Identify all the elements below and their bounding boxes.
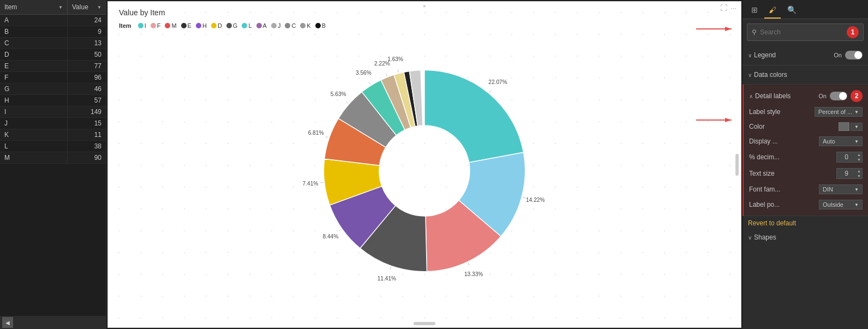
- shapes-section-header[interactable]: ∨ Shapes: [748, 234, 863, 241]
- legend-dot-B: [315, 23, 321, 28]
- prev-page-button[interactable]: ◀: [2, 317, 13, 328]
- color-row: Color ▼: [749, 119, 863, 134]
- svg-line-16: [369, 82, 370, 85]
- text-size-up[interactable]: ▲: [856, 169, 862, 174]
- svg-line-14: [346, 101, 348, 104]
- chart-area: ≡ ⛶ ··· Value by Item Item I F M E H D: [107, 1, 741, 328]
- legend-label: Item: [119, 22, 131, 29]
- decimals-up[interactable]: ▲: [856, 152, 862, 157]
- cell-item: A: [0, 15, 68, 26]
- decimals-down[interactable]: ▼: [856, 157, 862, 162]
- search-box: ⚲ 1: [747, 23, 864, 41]
- detail-labels-toggle-label: On: [818, 93, 827, 99]
- legend-dot-J: [271, 23, 277, 28]
- detail-labels-toggle[interactable]: [830, 92, 847, 100]
- legend-dot-C: [285, 23, 290, 28]
- text-size-input-wrap: ▲ ▼: [836, 168, 863, 179]
- decimals-arrows: ▲ ▼: [856, 152, 862, 162]
- cell-value: 24: [68, 15, 106, 26]
- chart-resize-right[interactable]: [735, 154, 739, 176]
- legend-item-K: K: [300, 22, 310, 29]
- dropdown-arrow-position: ▼: [854, 202, 859, 207]
- legend-section-header[interactable]: ∨ Legend On: [748, 49, 863, 62]
- cell-value: 77: [68, 61, 106, 71]
- sort-icon: ▼: [97, 5, 101, 10]
- color-picker[interactable]: [839, 122, 849, 131]
- label-style-row: Label style Percent of ... ▼: [749, 104, 863, 119]
- table-body: A 24 B 9 C 13 D 50 E 77 F 96 G 46 H 57 I…: [0, 15, 106, 316]
- cell-value: 50: [68, 49, 106, 60]
- table-row: E 77: [0, 61, 106, 72]
- legend-dot-D: [211, 23, 217, 28]
- value-column-header[interactable]: Value ▼: [68, 0, 106, 14]
- text-size-input[interactable]: [837, 170, 856, 177]
- legend-dot-E: [181, 23, 187, 28]
- legend-item-C: C: [285, 22, 296, 29]
- svg-text:7.41%: 7.41%: [303, 181, 319, 187]
- legend-item-M: M: [165, 22, 176, 29]
- item-column-header[interactable]: Item ▼: [0, 0, 68, 14]
- cell-item: H: [0, 95, 68, 106]
- tab-format[interactable]: 🖌: [764, 2, 781, 19]
- label-position-row: Label po... Outside ▼: [749, 197, 863, 212]
- detail-labels-section: ∧ Detail labels On 2 Label style Percent…: [743, 85, 868, 216]
- data-table: Item ▼ Value ▼ A 24 B 9 C 13 D 50 E 77 F…: [0, 0, 106, 329]
- shapes-section: ∨ Shapes: [743, 230, 868, 244]
- dropdown-arrow-font: ▼: [854, 187, 859, 192]
- drag-handle[interactable]: ≡: [423, 4, 426, 9]
- legend-item-D: D: [211, 22, 222, 29]
- svg-line-20: [398, 69, 398, 72]
- legend-item-E: E: [181, 22, 191, 29]
- chart-resize-bottom[interactable]: [414, 322, 435, 325]
- chart-legend: Item I F M E H D G L: [119, 22, 326, 29]
- revert-link[interactable]: Revert to default: [743, 216, 868, 230]
- label-style-dropdown[interactable]: Percent of ... ▼: [815, 107, 863, 117]
- cell-value: 90: [68, 152, 106, 163]
- toggle-knob-2: [839, 92, 847, 100]
- label-position-dropdown[interactable]: Outside ▼: [819, 200, 863, 210]
- svg-line-6: [390, 267, 391, 270]
- expand-icon[interactable]: ⛶: [720, 4, 727, 12]
- panel-tabs: ⊞ 🖌 🔍: [743, 0, 868, 19]
- badge-1: 1: [847, 26, 859, 38]
- search-input[interactable]: [760, 28, 847, 36]
- cell-item: B: [0, 26, 68, 37]
- display-dropdown[interactable]: Auto ▼: [819, 136, 863, 146]
- cell-value: 57: [68, 95, 106, 106]
- svg-text:14.22%: 14.22%: [526, 197, 544, 203]
- legend-dot-L: [242, 23, 247, 28]
- table-row: H 57: [0, 95, 106, 106]
- color-dropdown[interactable]: ▼: [851, 123, 863, 131]
- table-row: A 24: [0, 15, 106, 26]
- more-options-icon[interactable]: ···: [731, 4, 737, 12]
- chart-controls: ⛶ ···: [720, 4, 737, 12]
- svg-text:13.33%: 13.33%: [464, 271, 483, 277]
- legend-item-H: H: [196, 22, 207, 29]
- cell-item: D: [0, 49, 68, 60]
- table-row: B 9: [0, 26, 106, 38]
- legend-dot-G: [226, 23, 232, 28]
- font-family-dropdown[interactable]: DIN ▼: [819, 184, 863, 194]
- decimals-input[interactable]: [837, 153, 856, 161]
- table-row: L 38: [0, 141, 106, 152]
- text-size-row: Text size ▲ ▼: [749, 165, 863, 182]
- tab-fields[interactable]: ⊞: [747, 2, 762, 19]
- table-row: D 50: [0, 49, 106, 61]
- legend-dot-K: [300, 23, 306, 28]
- detail-labels-header[interactable]: ∧ Detail labels On 2: [749, 88, 863, 104]
- svg-text:6.81%: 6.81%: [308, 130, 324, 136]
- table-row: C 13: [0, 38, 106, 49]
- data-colors-header[interactable]: ∨ Data colors: [748, 69, 863, 81]
- text-size-down[interactable]: ▼: [856, 174, 862, 178]
- tab-analytics[interactable]: 🔍: [783, 2, 801, 19]
- dropdown-arrow-color: ▼: [854, 124, 859, 129]
- cell-value: 38: [68, 141, 106, 152]
- svg-line-2: [523, 197, 525, 198]
- legend-dot-H: [196, 23, 201, 28]
- legend-dot-I: [138, 23, 143, 28]
- toggle-knob: [854, 51, 862, 59]
- cell-item: I: [0, 106, 68, 117]
- cell-value: 11: [68, 129, 106, 140]
- legend-toggle[interactable]: [845, 51, 863, 59]
- donut-chart: 22.07%14.22%13.33%11.41%8.44%7.41%6.81%5…: [294, 40, 555, 302]
